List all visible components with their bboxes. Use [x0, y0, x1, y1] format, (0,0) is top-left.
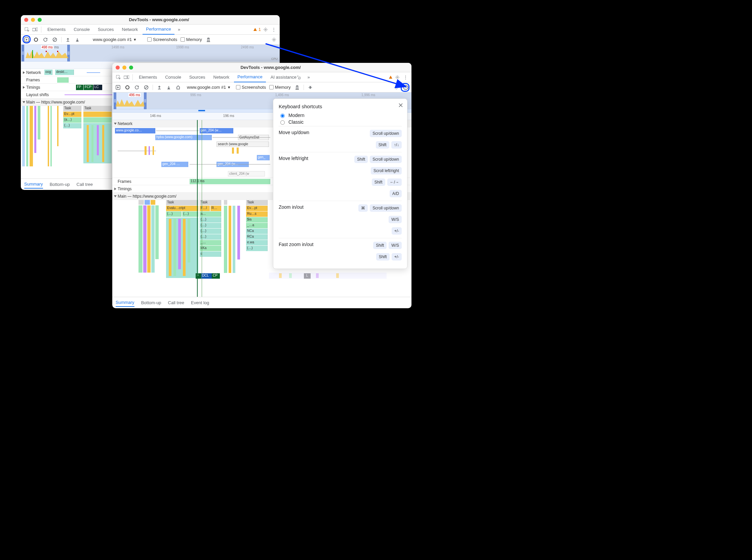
svg-rect-34	[124, 76, 127, 79]
kebab-icon[interactable]: ⋮	[270, 27, 277, 32]
radio-classic[interactable]: Classic	[279, 119, 402, 125]
svg-point-5	[34, 38, 38, 41]
zoom-icon[interactable]	[38, 18, 42, 22]
close-icon[interactable]	[116, 65, 120, 69]
bt-summary[interactable]: Summary	[24, 180, 43, 188]
clear-icon[interactable]	[143, 84, 149, 91]
inspect-icon[interactable]	[23, 27, 30, 32]
tab-ai[interactable]: AI assistance	[267, 72, 304, 82]
svg-rect-27	[83, 117, 112, 123]
recording-select[interactable]: www.google.com #1▾	[184, 84, 233, 91]
svg-text:?: ?	[405, 86, 407, 89]
tab-elements[interactable]: Elements	[44, 24, 69, 35]
titlebar[interactable]: DevTools - www.google.com/	[21, 15, 280, 24]
svg-rect-73	[192, 219, 195, 276]
shortcut-row: Zoom in/out⌘Scroll up/downW/S+/-	[279, 201, 402, 238]
key-chip: Shift	[376, 253, 390, 260]
perf-settings-icon[interactable]	[271, 37, 277, 43]
perf-toolbar-back: www.google.com #1▾ Screenshots Memory	[21, 35, 280, 45]
record-button[interactable]	[124, 84, 131, 91]
bt-eventlog[interactable]: Event log	[191, 299, 209, 306]
svg-rect-45	[114, 99, 115, 102]
record-reload-button[interactable]	[115, 84, 121, 91]
screenshots-checkbox[interactable]: Screenshots	[236, 85, 266, 90]
shortcut-keys: ShiftW/SShift+/-	[343, 242, 402, 260]
range-handle-left[interactable]	[21, 45, 24, 61]
recording-select[interactable]: www.google.com #1▾	[91, 36, 139, 43]
tab-console[interactable]: Console	[162, 72, 184, 82]
bt-calltree[interactable]: Call tree	[77, 180, 93, 188]
bt-summary[interactable]: Summary	[116, 299, 135, 307]
svg-rect-60	[144, 200, 150, 205]
key-chip: +/-	[392, 253, 402, 260]
record-button[interactable]	[33, 37, 39, 43]
svg-rect-2	[36, 27, 38, 31]
close-popup-button[interactable]	[398, 103, 403, 107]
svg-rect-24	[51, 106, 52, 166]
device-icon[interactable]	[123, 75, 130, 79]
kebab-icon[interactable]: ⋮	[402, 75, 409, 80]
perf-settings-icon[interactable]	[393, 84, 399, 91]
minimize-icon[interactable]	[31, 18, 35, 22]
more-tabs-icon[interactable]: »	[176, 27, 182, 32]
svg-rect-62	[139, 205, 142, 273]
warnings-badge[interactable]: 1	[253, 27, 261, 32]
memory-checkbox[interactable]: Memory	[180, 37, 202, 42]
reload-icon[interactable]	[134, 84, 140, 91]
help-icon[interactable]: ?	[403, 84, 409, 91]
radio-modern[interactable]: Modern	[279, 113, 402, 118]
tab-sources[interactable]: Sources	[95, 24, 117, 35]
tab-sources[interactable]: Sources	[186, 72, 209, 82]
zoom-icon[interactable]	[129, 65, 133, 69]
svg-rect-69	[174, 219, 176, 276]
shortcut-keys: ⌘Scroll up/downW/S+/-	[328, 204, 402, 235]
svg-point-36	[397, 77, 398, 78]
svg-rect-31	[97, 125, 99, 155]
record-reload-button[interactable]	[23, 37, 29, 43]
download-icon[interactable]	[166, 84, 172, 91]
tab-performance[interactable]: Performance	[234, 72, 265, 82]
tab-console[interactable]: Console	[70, 24, 93, 35]
memory-checkbox[interactable]: Memory	[269, 85, 291, 90]
svg-rect-22	[38, 106, 40, 140]
bt-bottomup[interactable]: Bottom-up	[141, 299, 161, 306]
bt-calltree[interactable]: Call tree	[168, 299, 184, 306]
svg-line-7	[54, 38, 56, 41]
settings-icon[interactable]	[262, 27, 269, 32]
device-icon[interactable]	[32, 27, 38, 32]
home-icon[interactable]	[175, 84, 181, 91]
svg-rect-64	[147, 205, 151, 273]
tab-performance[interactable]: Performance	[142, 24, 174, 35]
svg-rect-25	[57, 106, 59, 146]
titlebar[interactable]: DevTools - www.google.com/	[112, 63, 412, 72]
tab-network[interactable]: Network	[210, 72, 233, 82]
collapse-icon[interactable]	[307, 84, 313, 91]
more-tabs-icon[interactable]: »	[305, 75, 312, 80]
svg-rect-17	[57, 51, 58, 52]
svg-rect-21	[34, 106, 36, 153]
reload-icon[interactable]	[42, 37, 48, 43]
gc-icon[interactable]	[205, 37, 212, 43]
screenshots-checkbox[interactable]: Screenshots	[147, 37, 177, 42]
tab-elements[interactable]: Elements	[136, 72, 160, 82]
settings-icon[interactable]	[394, 75, 401, 80]
svg-rect-54	[149, 146, 150, 155]
svg-rect-15	[32, 50, 33, 58]
minimize-icon[interactable]	[122, 65, 126, 69]
shortcut-name: Move up/down	[279, 130, 340, 135]
upload-icon[interactable]	[156, 84, 162, 91]
devtools-window-front: DevTools - www.google.com/ Elements Cons…	[112, 63, 412, 308]
panel-tabs: Elements Console Sources Network Perform…	[112, 72, 412, 82]
bt-bottomup[interactable]: Bottom-up	[50, 180, 70, 188]
clear-icon[interactable]	[52, 37, 58, 43]
warnings-badge[interactable]	[389, 75, 393, 79]
inspect-icon[interactable]	[115, 75, 122, 80]
gc-icon[interactable]	[294, 84, 300, 91]
download-icon[interactable]	[74, 37, 80, 43]
upload-icon[interactable]	[65, 37, 71, 43]
svg-rect-57	[232, 147, 234, 154]
overview-back[interactable]: 998 ms 1498 ms 1998 ms 2498 ms 498 ms CP…	[21, 45, 280, 61]
close-icon[interactable]	[24, 18, 28, 22]
tab-network[interactable]: Network	[119, 24, 141, 35]
chevron-down-icon: ▾	[228, 85, 230, 90]
